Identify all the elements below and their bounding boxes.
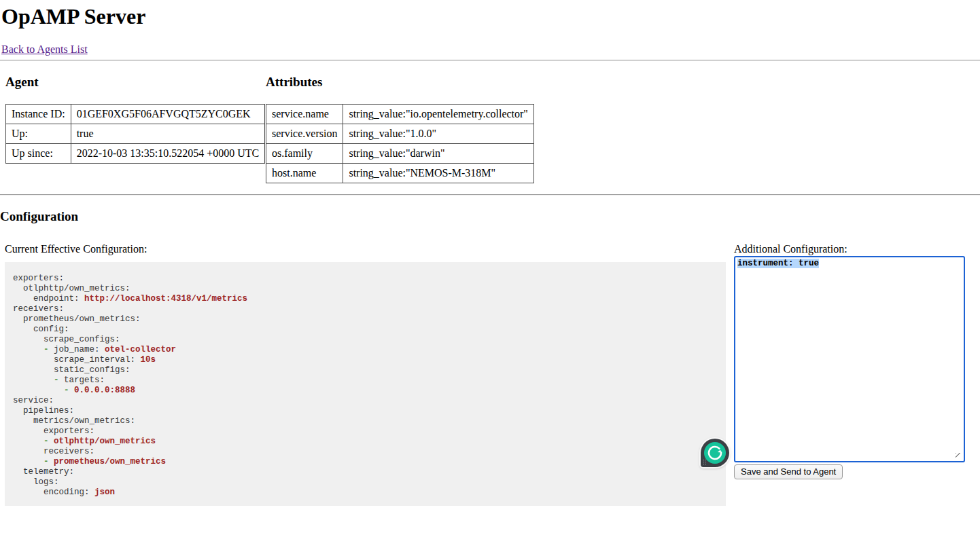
row-value: 01GEF0XG5F06AFVGQT5ZYC0GEK (71, 104, 265, 124)
row-value: string_value:"1.0.0" (343, 124, 534, 143)
save-and-send-button[interactable]: Save and Send to Agent (734, 464, 843, 479)
table-row: service.version string_value:"1.0.0" (266, 124, 534, 143)
grammarly-icon[interactable] (701, 439, 729, 467)
resize-grip[interactable] (956, 453, 963, 460)
back-to-agents-link[interactable]: Back to Agents List (1, 43, 88, 55)
row-value: true (71, 124, 265, 143)
table-row: Instance ID: 01GEF0XG5F06AFVGQT5ZYC0GEK (6, 104, 265, 124)
agent-heading: Agent (5, 75, 256, 90)
row-label: service.name (266, 104, 343, 124)
page-title: OpAMP Server (1, 4, 980, 29)
grammarly-g-icon (704, 442, 726, 464)
row-label: host.name (266, 163, 343, 183)
configuration-section: Current Effective Configuration: exporte… (5, 224, 980, 506)
table-row: service.name string_value:"io.openteleme… (266, 104, 534, 124)
back-link-wrap: Back to Agents List (1, 43, 980, 56)
table-row: host.name string_value:"NEMOS-M-318M" (266, 163, 534, 183)
row-label: Up: (6, 124, 71, 143)
row-label: Up since: (6, 143, 71, 163)
row-value: string_value:"io.opentelemetry.collector… (343, 104, 534, 124)
row-label: service.version (266, 124, 343, 143)
divider-middle (0, 194, 980, 196)
agent-table: Instance ID: 01GEF0XG5F06AFVGQT5ZYC0GEK … (5, 104, 265, 164)
selected-text: instrument: true (737, 259, 819, 268)
effective-config-label: Current Effective Configuration: (5, 244, 726, 255)
row-label: os.family (266, 143, 343, 163)
effective-config-column: Current Effective Configuration: exporte… (5, 224, 726, 506)
additional-config-column: Additional Configuration: instrument: tr… (734, 224, 965, 506)
agent-attributes-row: Agent Instance ID: 01GEF0XG5F06AFVGQT5ZY… (5, 61, 980, 183)
row-label: Instance ID: (6, 104, 71, 124)
additional-config-textarea[interactable]: instrument: true (734, 256, 965, 462)
attributes-section: Attributes service.name string_value:"io… (266, 61, 534, 183)
attributes-heading: Attributes (266, 75, 534, 90)
table-row: Up: true (6, 124, 265, 143)
row-value: string_value:"NEMOS-M-318M" (343, 163, 534, 183)
bottom-spacer (0, 506, 980, 533)
effective-config-code: exporters: otlphttp/own_metrics: endpoin… (5, 262, 726, 506)
row-value: 2022-10-03 13:35:10.522054 +0000 UTC (71, 143, 265, 163)
agent-section: Agent Instance ID: 01GEF0XG5F06AFVGQT5ZY… (5, 61, 256, 183)
table-row: os.family string_value:"darwin" (266, 143, 534, 163)
attributes-table: service.name string_value:"io.openteleme… (266, 104, 534, 183)
row-value: string_value:"darwin" (343, 143, 534, 163)
table-row: Up since: 2022-10-03 13:35:10.522054 +00… (6, 143, 265, 163)
additional-config-label: Additional Configuration: (734, 244, 965, 255)
drag-handle-dots[interactable] (703, 459, 707, 465)
configuration-heading: Configuration (0, 209, 980, 224)
